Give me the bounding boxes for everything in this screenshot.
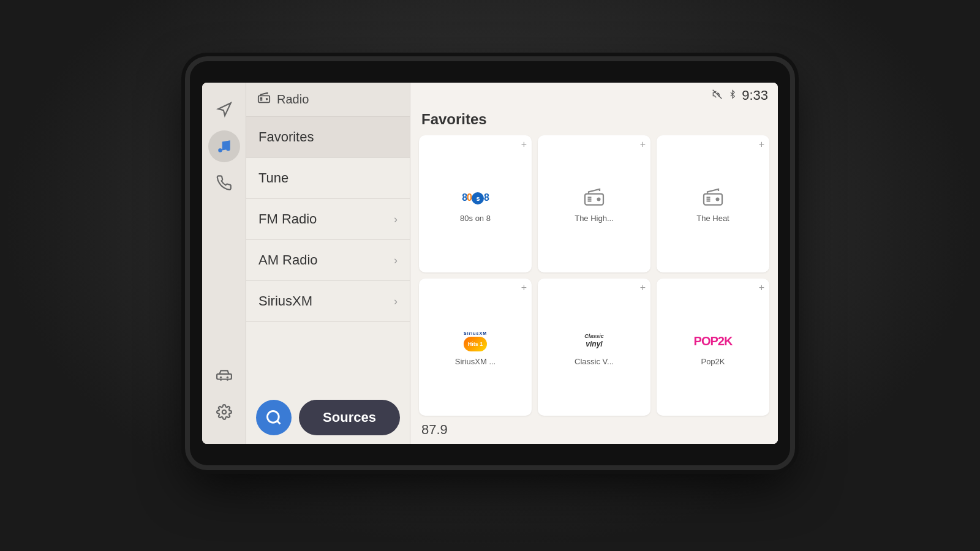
- favorite-card-heat[interactable]: + The Heat: [657, 135, 769, 272]
- menu-item-fm-radio-label: FM Radio: [258, 211, 317, 227]
- svg-point-2: [219, 377, 221, 378]
- menu-item-am-radio-label: AM Radio: [258, 252, 318, 268]
- status-time: 9:33: [742, 88, 768, 103]
- svg-point-15: [597, 197, 601, 201]
- add-favorite-80s8[interactable]: +: [521, 139, 527, 150]
- search-button[interactable]: [256, 400, 292, 435]
- menu-list: Favorites Tune FM Radio › AM Radio › Sir…: [246, 117, 410, 391]
- fm-radio-chevron: ›: [394, 213, 398, 226]
- am-radio-chevron: ›: [394, 254, 398, 267]
- add-favorite-heat[interactable]: +: [759, 139, 764, 150]
- channel-name-pop2k: Pop2K: [701, 357, 725, 366]
- radio-header: Radio: [246, 83, 410, 117]
- radio-title: Radio: [277, 92, 309, 107]
- infotainment-bezel: Radio Favorites Tune FM Radio › AM Radio…: [190, 61, 790, 465]
- menu-item-siriusxm[interactable]: SiriusXM ›: [246, 281, 410, 322]
- menu-item-tune-label: Tune: [258, 170, 288, 186]
- logo-heat: [694, 187, 732, 210]
- svg-line-12: [277, 421, 280, 424]
- channel-name-80s8: 80s on 8: [460, 214, 491, 223]
- svg-rect-1: [217, 374, 232, 380]
- favorite-card-classic-vinyl[interactable]: + Classic vinyl Classic V...: [538, 279, 650, 416]
- right-panel: 9:33 Favorites + 80s8 80s on 8: [410, 83, 778, 444]
- radio-header-icon: [257, 91, 271, 108]
- frequency-display: 87.9: [410, 416, 778, 444]
- favorite-card-siriusxm[interactable]: + SiriusXM Hits 1 SiriusXM ...: [419, 279, 532, 416]
- sources-button[interactable]: Sources: [299, 400, 400, 435]
- bottom-controls: Sources: [246, 391, 410, 444]
- sidebar-item-navigation[interactable]: [208, 94, 240, 126]
- favorite-card-pop2k[interactable]: + POP2K Pop2K: [657, 279, 769, 416]
- svg-point-11: [268, 411, 279, 423]
- menu-item-am-radio[interactable]: AM Radio ›: [246, 240, 410, 281]
- mute-icon: [711, 89, 723, 102]
- add-favorite-classic-vinyl[interactable]: +: [640, 282, 646, 293]
- menu-item-tune[interactable]: Tune: [246, 158, 410, 199]
- add-favorite-high[interactable]: +: [640, 139, 646, 150]
- svg-point-20: [716, 197, 720, 201]
- logo-high: [575, 187, 613, 210]
- bluetooth-icon: [728, 88, 737, 103]
- favorites-grid: + 80s8 80s on 8 +: [410, 135, 778, 416]
- menu-item-siriusxm-label: SiriusXM: [258, 293, 312, 309]
- sidebar-item-music[interactable]: [208, 130, 240, 162]
- sidebar-item-car[interactable]: [208, 359, 240, 391]
- screen: Radio Favorites Tune FM Radio › AM Radio…: [202, 83, 778, 444]
- add-favorite-pop2k[interactable]: +: [759, 282, 764, 293]
- sidebar: [202, 83, 246, 444]
- add-favorite-siriusxm[interactable]: +: [521, 282, 527, 293]
- menu-item-fm-radio[interactable]: FM Radio ›: [246, 199, 410, 240]
- favorite-card-high[interactable]: + The High...: [538, 135, 650, 272]
- channel-name-heat: The Heat: [696, 214, 729, 223]
- svg-marker-0: [218, 103, 231, 116]
- sources-label: Sources: [323, 410, 376, 425]
- logo-siriusxm: SiriusXM Hits 1: [456, 330, 494, 353]
- menu-item-favorites[interactable]: Favorites: [246, 117, 410, 158]
- siriusxm-chevron: ›: [394, 295, 398, 308]
- svg-point-4: [222, 410, 226, 414]
- channel-name-high: The High...: [575, 214, 614, 223]
- svg-point-3: [226, 377, 228, 378]
- favorites-section-title: Favorites: [410, 108, 778, 135]
- channel-name-classic-vinyl: Classic V...: [575, 357, 614, 366]
- logo-classic-vinyl: Classic vinyl: [575, 330, 613, 353]
- status-bar: 9:33: [410, 83, 778, 108]
- favorite-card-80s8[interactable]: + 80s8 80s on 8: [419, 135, 532, 272]
- sidebar-item-phone[interactable]: [208, 167, 240, 199]
- frequency-value: 87.9: [421, 422, 448, 437]
- logo-80s8: 80s8: [456, 187, 494, 210]
- channel-name-siriusxm: SiriusXM ...: [455, 357, 496, 366]
- middle-panel: Radio Favorites Tune FM Radio › AM Radio…: [246, 83, 410, 444]
- sidebar-item-settings[interactable]: [208, 396, 240, 428]
- menu-item-favorites-label: Favorites: [258, 129, 314, 145]
- svg-point-6: [266, 98, 268, 100]
- logo-pop2k: POP2K: [694, 330, 732, 353]
- svg-line-13: [713, 90, 722, 99]
